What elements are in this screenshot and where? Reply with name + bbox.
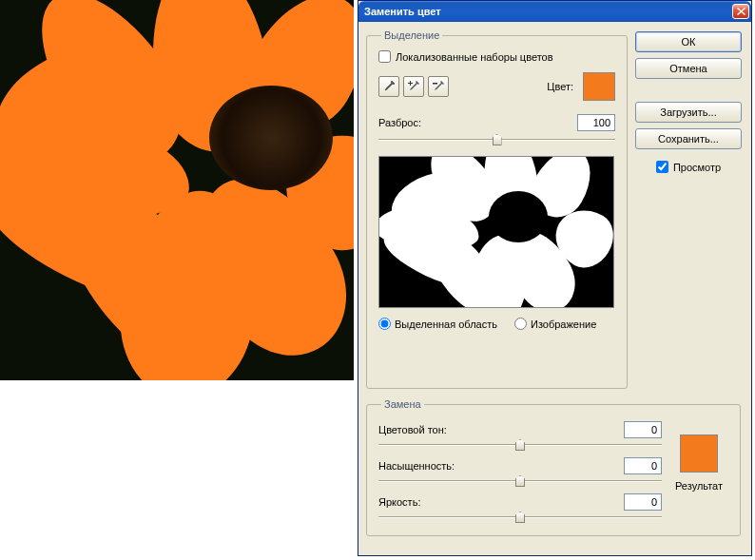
preview-label: Просмотр bbox=[673, 162, 721, 173]
hue-input[interactable] bbox=[624, 421, 662, 438]
eyedropper-button[interactable] bbox=[378, 76, 399, 97]
background-photo bbox=[0, 0, 354, 380]
close-icon bbox=[737, 8, 745, 15]
eyedropper-plus-icon bbox=[407, 80, 420, 93]
eyedropper-icon bbox=[382, 80, 396, 93]
selected-color-swatch[interactable] bbox=[583, 72, 615, 101]
titlebar[interactable]: Заменить цвет bbox=[358, 1, 751, 22]
save-button[interactable]: Сохранить... bbox=[635, 128, 742, 149]
eyedropper-minus-icon bbox=[432, 80, 445, 93]
radio-selection-label: Выделенная область bbox=[395, 319, 497, 330]
close-button[interactable] bbox=[732, 4, 749, 19]
selection-preview[interactable] bbox=[378, 156, 614, 308]
hue-label: Цветовой тон: bbox=[378, 424, 474, 435]
saturation-label: Насыщенность: bbox=[378, 460, 474, 472]
fuzziness-slider[interactable] bbox=[378, 133, 615, 148]
hue-slider[interactable] bbox=[378, 438, 662, 452]
radio-image-label: Изображение bbox=[531, 319, 596, 330]
color-label: Цвет: bbox=[547, 81, 573, 92]
preview-checkbox[interactable] bbox=[656, 161, 668, 173]
load-button[interactable]: Загрузить... bbox=[635, 102, 742, 123]
saturation-slider[interactable] bbox=[378, 474, 662, 488]
lightness-slider[interactable] bbox=[378, 511, 662, 524]
localized-colors-label: Локализованные наборы цветов bbox=[396, 51, 553, 63]
cancel-button[interactable]: Отмена bbox=[635, 58, 742, 79]
selection-fieldset: Выделение Локализованные наборы цветов Ц… bbox=[366, 29, 628, 389]
radio-image-input[interactable] bbox=[514, 318, 527, 330]
replace-color-dialog: Заменить цвет ОК Отмена Загрузить... Сох… bbox=[358, 0, 752, 556]
result-color-swatch[interactable] bbox=[680, 434, 718, 473]
dialog-button-column: ОК Отмена Загрузить... Сохранить... Прос… bbox=[635, 31, 742, 173]
replace-fieldset: Замена Цветовой тон: Насыщенность: bbox=[366, 398, 741, 536]
result-label: Результат bbox=[669, 480, 728, 492]
slider-thumb[interactable] bbox=[515, 475, 525, 487]
slider-thumb[interactable] bbox=[515, 512, 525, 523]
svg-rect-0 bbox=[433, 83, 437, 85]
replace-legend: Замена bbox=[381, 398, 424, 410]
slider-thumb[interactable] bbox=[515, 439, 525, 451]
lightness-label: Яркость: bbox=[378, 496, 474, 508]
eyedropper-subtract-button[interactable] bbox=[428, 76, 449, 97]
slider-thumb[interactable] bbox=[493, 134, 502, 145]
lightness-input[interactable] bbox=[624, 493, 662, 511]
radio-selection-input[interactable] bbox=[378, 318, 391, 330]
saturation-input[interactable] bbox=[624, 457, 662, 474]
radio-image[interactable]: Изображение bbox=[514, 318, 596, 330]
fuzziness-label: Разброс: bbox=[378, 117, 421, 128]
eyedropper-add-button[interactable] bbox=[403, 76, 424, 97]
selection-legend: Выделение bbox=[381, 29, 442, 41]
dialog-title: Заменить цвет bbox=[364, 6, 732, 17]
fuzziness-input[interactable] bbox=[577, 114, 615, 131]
radio-selection[interactable]: Выделенная область bbox=[378, 318, 497, 330]
localized-colors-checkbox[interactable] bbox=[378, 50, 391, 63]
ok-button[interactable]: ОК bbox=[635, 31, 742, 52]
